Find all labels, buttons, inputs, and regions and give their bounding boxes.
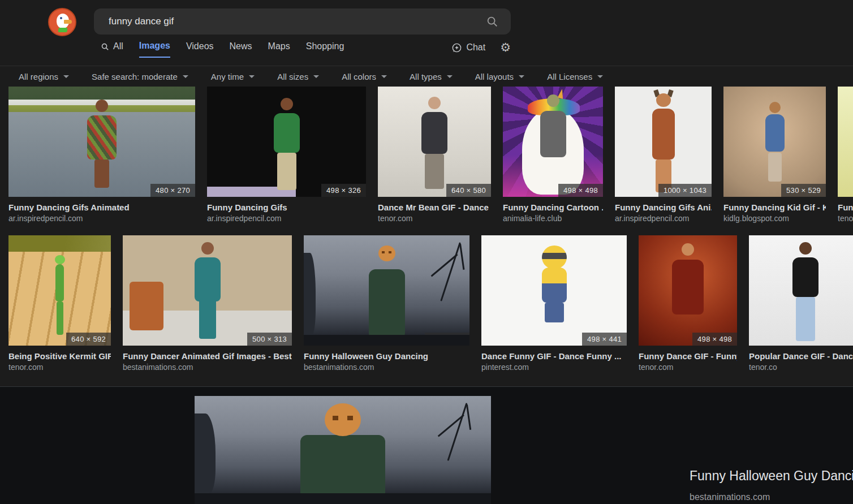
filter-all-regions[interactable]: All regions bbox=[19, 72, 69, 81]
thumbnail: 640 × 580 bbox=[378, 87, 491, 197]
result-domain: bestanimations.com bbox=[123, 362, 292, 372]
chevron-down-icon bbox=[381, 75, 387, 78]
image-result[interactable]: Popular Dance GIF - Dance... tenor.co bbox=[749, 235, 853, 372]
result-title: Funny Dancing Kid Gif - K... bbox=[723, 202, 826, 213]
chevron-down-icon bbox=[313, 75, 319, 78]
filter-safe-search[interactable]: Safe search: moderate bbox=[92, 72, 188, 81]
result-domain: tenor.com bbox=[8, 362, 111, 372]
filter-all-sizes[interactable]: All sizes bbox=[277, 72, 319, 81]
detail-preview-image[interactable] bbox=[195, 396, 491, 504]
result-domain: ar.inspiredpencil.com bbox=[615, 213, 712, 223]
thumbnail: 1000 × 1043 bbox=[615, 87, 712, 197]
image-result[interactable]: 498 × 498 Funny Dancing Cartoon ... anim… bbox=[503, 87, 603, 223]
result-title: Funny Dancing Gifs Animated bbox=[8, 202, 195, 213]
thumbnail: 480 × 270 bbox=[8, 87, 195, 197]
pumpkin-head-icon bbox=[325, 403, 361, 436]
search-input[interactable] bbox=[94, 16, 486, 27]
filter-all-colors[interactable]: All colors bbox=[342, 72, 387, 81]
search-icon[interactable] bbox=[486, 15, 498, 28]
chat-button[interactable]: Chat bbox=[451, 42, 485, 57]
filter-all-licenses[interactable]: All Licenses bbox=[547, 72, 603, 81]
tab-all[interactable]: All bbox=[101, 41, 123, 57]
image-result[interactable]: 498 × 326 Funny Dancing Gifs ar.inspired… bbox=[207, 87, 366, 223]
tab-images[interactable]: Images bbox=[139, 41, 170, 58]
tabs-row: All Images Videos News Maps Shopping Cha… bbox=[101, 41, 511, 58]
size-badge: 498 × 498 bbox=[692, 333, 737, 346]
chevron-down-icon bbox=[183, 75, 188, 78]
result-title: Funny bbox=[838, 202, 853, 213]
size-badge: 498 × 441 bbox=[582, 333, 627, 346]
result-domain: bestanimations.com bbox=[304, 362, 469, 372]
result-title: Funny Dancing Gifs bbox=[207, 202, 366, 213]
bare-tree-icon bbox=[447, 403, 468, 461]
image-result[interactable]: 500 × 383 Funny Halloween Guy Dancing be… bbox=[304, 235, 469, 372]
result-domain: ar.inspiredpencil.com bbox=[8, 213, 195, 223]
size-badge: 500 × 313 bbox=[247, 333, 292, 346]
header: All Images Videos News Maps Shopping Cha… bbox=[0, 0, 853, 66]
result-domain: ar.inspiredpencil.com bbox=[207, 213, 366, 223]
result-domain: animalia-life.club bbox=[503, 213, 603, 223]
result-domain: tenor.co bbox=[749, 362, 853, 372]
chevron-down-icon bbox=[63, 75, 69, 78]
result-title: Dance Funny GIF - Dance Funny ... bbox=[481, 351, 627, 361]
chat-bubble-icon bbox=[451, 42, 462, 53]
detail-title[interactable]: Funny Halloween Guy Dancing bbox=[690, 468, 853, 484]
image-result[interactable]: 640 × 592 Being Positive Kermit GIF - Be… bbox=[8, 235, 111, 372]
image-result[interactable]: 498 × 498 Funny Dance GIF - Funny Da... … bbox=[639, 235, 737, 372]
search-bar bbox=[94, 8, 511, 35]
result-title: Funny Halloween Guy Dancing bbox=[304, 351, 469, 361]
image-result[interactable]: Funny tenor bbox=[838, 87, 853, 223]
chevron-down-icon bbox=[447, 75, 453, 78]
result-title: Funny Dancing Cartoon ... bbox=[503, 202, 603, 213]
image-result[interactable]: 480 × 270 Funny Dancing Gifs Animated ar… bbox=[8, 87, 195, 223]
chevron-down-icon bbox=[519, 75, 524, 78]
tab-maps[interactable]: Maps bbox=[268, 41, 290, 57]
detail-info: Funny Halloween Guy Dancing bestanimatio… bbox=[690, 468, 853, 502]
size-badge: 480 × 270 bbox=[150, 184, 195, 197]
result-domain: tenor.com bbox=[378, 213, 491, 223]
size-badge: 498 × 498 bbox=[558, 184, 603, 197]
thumbnail: 498 × 498 bbox=[503, 87, 603, 197]
thumbnail: 530 × 529 bbox=[723, 87, 826, 197]
image-result[interactable]: 1000 × 1043 Funny Dancing Gifs Ani... ar… bbox=[615, 87, 712, 223]
image-result[interactable]: 500 × 313 Funny Dancer Animated Gif Imag… bbox=[123, 235, 292, 372]
image-results-grid: 480 × 270 Funny Dancing Gifs Animated ar… bbox=[0, 87, 853, 372]
image-result[interactable]: 530 × 529 Funny Dancing Kid Gif - K... k… bbox=[723, 87, 826, 223]
size-badge: 498 × 326 bbox=[321, 184, 366, 197]
results-row-2: 640 × 592 Being Positive Kermit GIF - Be… bbox=[8, 235, 853, 372]
thumbnail bbox=[749, 235, 853, 346]
image-result[interactable]: 640 × 580 Dance Mr Bean GIF - Dance ... … bbox=[378, 87, 491, 223]
filter-bar: All regions Safe search: moderate Any ti… bbox=[0, 66, 853, 87]
size-badge: 640 × 592 bbox=[66, 333, 111, 346]
result-domain: pinterest.com bbox=[481, 362, 627, 372]
size-badge: 530 × 529 bbox=[781, 184, 826, 197]
image-result[interactable]: 498 × 441 Dance Funny GIF - Dance Funny … bbox=[481, 235, 627, 372]
result-title: Funny Dance GIF - Funny Da... bbox=[639, 351, 737, 361]
duckduckgo-logo[interactable] bbox=[48, 8, 76, 36]
thumbnail: 498 × 326 bbox=[207, 87, 366, 197]
filter-all-layouts[interactable]: All layouts bbox=[475, 72, 524, 81]
result-title: Being Positive Kermit GIF - Bei... bbox=[8, 351, 111, 361]
result-domain: tenor bbox=[838, 213, 853, 223]
thumbnail: 500 × 313 bbox=[123, 235, 292, 346]
result-title: Popular Dance GIF - Dance... bbox=[749, 351, 853, 361]
thumbnail bbox=[838, 87, 853, 197]
filter-any-time[interactable]: Any time bbox=[211, 72, 255, 81]
settings-gear-icon[interactable]: ⚙ bbox=[500, 41, 511, 58]
search-icon bbox=[101, 42, 109, 51]
thumbnail: 500 × 383 bbox=[304, 235, 469, 346]
size-badge: 640 × 580 bbox=[446, 184, 491, 197]
detail-source-link[interactable]: bestanimations.com bbox=[690, 492, 853, 502]
filter-all-types[interactable]: All types bbox=[410, 72, 453, 81]
chevron-down-icon bbox=[597, 75, 603, 78]
result-domain: kidlg.blogspot.com bbox=[723, 213, 826, 223]
thumbnail: 640 × 592 bbox=[8, 235, 111, 346]
thumbnail: 498 × 498 bbox=[639, 235, 737, 346]
thumbnail: 498 × 441 bbox=[481, 235, 627, 346]
size-badge: 1000 × 1043 bbox=[658, 184, 712, 197]
tab-shopping[interactable]: Shopping bbox=[306, 41, 344, 57]
tab-videos[interactable]: Videos bbox=[186, 41, 214, 57]
detail-panel: Funny Halloween Guy Dancing bestanimatio… bbox=[0, 386, 853, 504]
tab-news[interactable]: News bbox=[230, 41, 252, 57]
size-badge: 500 × 383 bbox=[425, 333, 469, 346]
